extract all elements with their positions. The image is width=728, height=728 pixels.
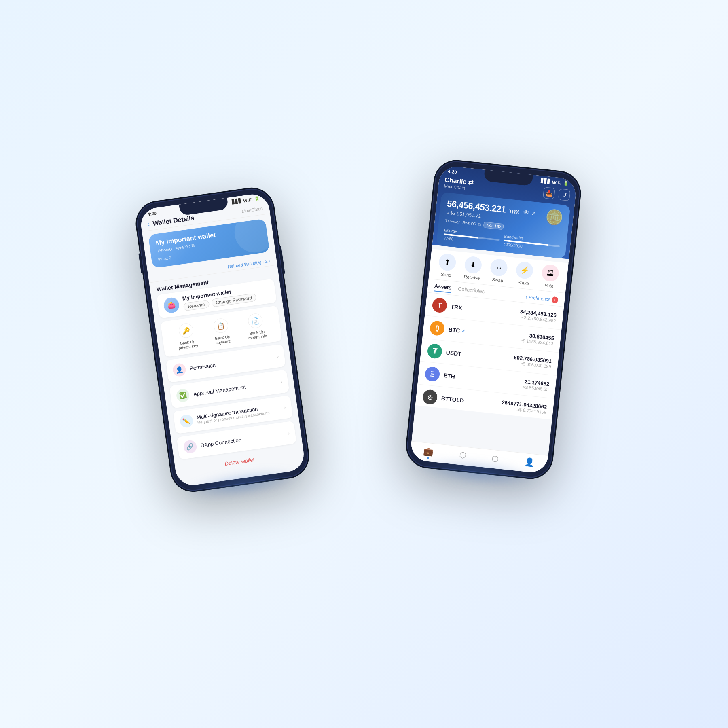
back-arrow-icon[interactable]: ‹: [147, 220, 150, 228]
chevron-right-icon-4: ›: [287, 430, 290, 436]
non-hd-badge: Non-HD: [483, 222, 504, 230]
usdt-name: USDT: [446, 349, 462, 357]
dapp-label: DApp Connection: [200, 436, 242, 448]
swap-label: Swap: [492, 277, 504, 283]
right-signal-icon: ▋▋▋: [541, 178, 551, 184]
permission-icon: 👤: [172, 362, 186, 377]
chevron-right-icon: ›: [276, 353, 279, 359]
key-icon: 🔑: [178, 322, 195, 339]
btc-icon: ₿: [429, 320, 445, 336]
header-actions: 📥 ↺: [543, 187, 571, 201]
rename-button[interactable]: Rename: [183, 300, 210, 311]
chevron-right-icon-3: ›: [284, 404, 286, 411]
right-wifi-icon: WiFi: [552, 180, 562, 185]
dapp-info: DApp Connection: [200, 436, 242, 448]
trx-icon: T: [432, 297, 448, 313]
battery-icon: 🔋: [254, 196, 260, 202]
energy-stat: Energy 37/60: [443, 228, 500, 246]
bttold-name: BTTOLD: [441, 395, 464, 404]
approval-label: Approval Management: [193, 384, 246, 397]
balance-currency: TRX: [508, 208, 519, 216]
receive-label: Receive: [463, 274, 480, 281]
swap-icon: ↔: [489, 258, 508, 277]
permission-label: Permission: [189, 362, 216, 372]
copy-address-icon[interactable]: ⧉: [478, 222, 481, 227]
signal-icon: ▋▋▋: [232, 198, 242, 205]
preference-label: Preference: [529, 294, 551, 302]
vote-label: Vote: [544, 283, 554, 288]
wallet-avatar: 👛: [163, 296, 180, 314]
eth-name: ETH: [443, 372, 455, 380]
chevron-right-icon-2: ›: [280, 379, 283, 385]
backup-keystore[interactable]: 📋 Back Upkeystore: [212, 317, 231, 345]
chain-subtitle: MainChain: [241, 206, 263, 214]
send-action[interactable]: ⬆ Send: [437, 253, 457, 278]
btc-name: BTC ✓: [448, 326, 466, 334]
stake-icon: ⚡: [515, 261, 534, 279]
btc-amounts: 30.810455 ≈$ 1555,934.813: [520, 332, 554, 346]
bttold-amounts: 2648771.04328662 ≈$ 6.77419355: [501, 399, 547, 415]
receive-qr-icon[interactable]: 📥: [543, 187, 555, 199]
sunold-icon: 😎: [419, 412, 436, 420]
preference-button[interactable]: ↕ Preference +: [525, 293, 559, 303]
bandwidth-stat: Bandwidth 4000/5000: [503, 234, 560, 252]
stake-action[interactable]: ⚡ Stake: [514, 261, 534, 286]
preference-badge: +: [551, 296, 559, 303]
left-phone: 4:20 ▋▋▋ WiFi 🔋 ‹ Wallet Details MainCha…: [134, 186, 311, 493]
trx-name: TRX: [451, 303, 463, 311]
right-phone-screen: 4:20 ▋▋▋ WiFi 🔋 Charlie ⇄ MainChain: [410, 165, 578, 474]
approval-icon: ✅: [176, 388, 190, 403]
balance-card: 56,456,453.221 TRX 👁 ↗ ≈ $3,951,951.71 T…: [436, 192, 570, 259]
eth-icon: Ξ: [424, 366, 440, 382]
user-info: Charlie ⇄ MainChain: [444, 176, 474, 191]
expand-icon[interactable]: ↗: [531, 210, 537, 217]
copy-icon[interactable]: ⧉: [191, 243, 195, 248]
wifi-icon: WiFi: [243, 197, 253, 203]
assets-list: T TRX 34,234,453.126 ≈$ 2,760,842.982 ₿ …: [415, 292, 564, 419]
left-time: 4:20: [147, 210, 157, 216]
receive-action[interactable]: ⬇ Receive: [463, 256, 483, 281]
bttold-icon: ◎: [422, 389, 438, 405]
backup-mnemonic[interactable]: 📄 Back Upmnemonic: [245, 312, 267, 341]
approval-info: Approval Management: [193, 384, 246, 397]
multisig-icon: ✏️: [179, 414, 194, 428]
send-icon: ⬆: [438, 253, 457, 271]
wallet-address: THPwer...5wtfYC: [445, 218, 476, 226]
trx-decorative-icon: 🪙: [544, 208, 564, 226]
right-phone: 4:20 ▋▋▋ WiFi 🔋 Charlie ⇄ MainChain: [405, 159, 582, 480]
right-battery-icon: 🔋: [563, 180, 569, 186]
vote-action[interactable]: 🗳 Vote: [540, 264, 560, 289]
backup-keystore-label: Back Upkeystore: [215, 334, 231, 345]
swap-action[interactable]: ↔ Swap: [489, 258, 508, 284]
tab-collectibles[interactable]: Collectibles: [457, 286, 485, 296]
send-label: Send: [441, 272, 452, 278]
trx-amounts: 34,234,453.126 ≈$ 2,760,842.982: [519, 308, 557, 323]
right-time: 4:20: [448, 169, 457, 174]
sunold-name: SUNOLD: [438, 418, 463, 419]
eth-amounts: 21.174682 ≈$ 85,885.35: [523, 378, 550, 392]
keystore-icon: 📋: [213, 317, 229, 334]
stake-label: Stake: [517, 280, 529, 286]
eye-icon[interactable]: 👁: [523, 209, 530, 217]
usdt-amounts: 602,786.035091 ≈$ 606,000.199: [513, 354, 552, 369]
permission-info: Permission: [189, 362, 216, 372]
swap-icon[interactable]: ⇄: [468, 178, 474, 186]
tab-assets[interactable]: Assets: [434, 283, 452, 293]
receive-icon: ⬇: [464, 256, 483, 274]
mnemonic-icon: 📄: [247, 313, 264, 329]
scan-icon[interactable]: ↺: [558, 188, 571, 201]
backup-mnemonic-label: Back Upmnemonic: [248, 329, 267, 341]
multisig-info: Multi-signature transaction Request or p…: [196, 404, 270, 425]
sort-icon: ↕: [525, 294, 528, 299]
left-phone-screen: 4:20 ▋▋▋ WiFi 🔋 ‹ Wallet Details MainCha…: [139, 192, 306, 487]
usdt-icon: ₮: [427, 343, 443, 359]
dapp-icon: 🔗: [183, 440, 197, 454]
backup-private-key[interactable]: 🔑 Back Upprivate key: [176, 322, 199, 350]
btc-verified-icon: ✓: [461, 328, 466, 334]
vote-icon: 🗳: [541, 264, 560, 282]
backup-private-key-label: Back Upprivate key: [178, 339, 198, 351]
